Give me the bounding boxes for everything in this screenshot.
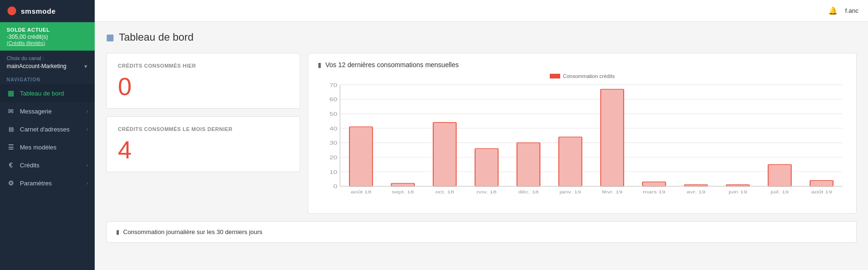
card-last-month-value: 4 [118,138,288,162]
svg-text:30: 30 [330,140,337,146]
balance-section: SOLDE ACTUEL -305,00 crédit(s) (Crédits … [0,22,95,51]
channel-arrow-icon: ▼ [83,64,88,69]
chart-title-icon: ▮ [318,61,322,69]
sidebar-item-messagerie[interactable]: ✉ Messagerie › [0,102,95,120]
balance-value: -305,00 crédit(s) [7,34,88,40]
sidebar-item-label: Crédits [20,162,39,169]
legend-box [550,74,560,78]
svg-text:20: 20 [330,155,337,161]
page-title-icon: ▦ [106,32,114,43]
main-content: 🔔 f.anc ▦ Tableau de bord CRÉDITS CONSOM… [95,0,868,270]
svg-rect-38 [810,181,833,186]
card-yesterday: CRÉDITS CONSOMMÉS HIER 0 [106,53,300,109]
svg-rect-16 [349,127,373,186]
card-last-month-label: CRÉDITS CONSOMMÉS LE MOIS DERNIER [118,126,288,132]
nav-arrow-icon: › [87,163,88,168]
svg-rect-22 [475,148,498,186]
sidebar-item-mes-modeles[interactable]: ☰ Mes modèles [0,138,95,156]
logo-icon [7,6,17,16]
svg-text:juil. 19: juil. 19 [770,189,788,194]
svg-rect-36 [768,165,791,186]
svg-text:10: 10 [330,169,337,175]
page-title: Tableau de bord [119,31,194,44]
nav-arrow-icon: › [87,109,88,114]
svg-text:janv. 19: janv. 19 [559,189,581,194]
svg-text:déc. 18: déc. 18 [518,189,538,194]
messagerie-icon: ✉ [7,107,15,115]
page-content: ▦ Tableau de bord CRÉDITS CONSOMMÉS HIER… [95,22,868,270]
svg-rect-28 [601,89,624,186]
sidebar-nav: ▦ Tableau de bord ✉ Messagerie › ▤ Carne… [0,84,95,192]
monthly-chart-area: 010203040506070août 18sept. 18oct. 18nov… [318,83,847,206]
channel-value: mainAccount-Marketing [7,63,66,70]
carnet-icon: ▤ [7,125,15,133]
card-last-month: CRÉDITS CONSOMMÉS LE MOIS DERNIER 4 [106,116,300,172]
sidebar-item-credits[interactable]: € Crédits › [0,156,95,174]
notification-icon[interactable]: 🔔 [828,6,838,15]
chart-legend: Consommation crédits [318,73,847,79]
svg-text:70: 70 [330,83,337,88]
credits-icon: € [7,161,15,169]
user-name: f.anc [845,7,859,14]
page-title-row: ▦ Tableau de bord [106,31,857,44]
dashboard-grid: CRÉDITS CONSOMMÉS HIER 0 CRÉDITS CONSOMM… [106,53,857,243]
svg-rect-24 [517,143,540,186]
svg-text:août 18: août 18 [350,189,371,194]
card-yesterday-value: 0 [118,74,288,99]
sidebar-item-label: Mes modèles [20,144,56,151]
svg-text:50: 50 [330,111,337,117]
balance-label: SOLDE ACTUEL [7,27,88,33]
svg-text:juin 19: juin 19 [728,189,747,194]
sidebar-item-parametres[interactable]: ⚙ Paramètres › [0,174,95,192]
legend-label: Consommation crédits [563,73,615,79]
sidebar-item-label: Paramètres [20,180,52,187]
svg-rect-18 [391,183,414,186]
sidebar-item-label: Tableau de bord [20,90,64,97]
balance-sub: (Crédits illimités) [7,40,88,46]
svg-text:0: 0 [333,183,337,190]
channel-select[interactable]: mainAccount-Marketing ▼ [7,63,88,70]
app-name: smsmode [21,7,56,15]
sidebar-item-label: Carnet d'adresses [20,126,70,133]
bottom-chart-card: ▮ Consommation journalière sur les 30 de… [106,221,857,243]
svg-rect-26 [559,137,582,186]
svg-text:févr. 19: févr. 19 [602,189,622,194]
channel-label: Choix du canal : [7,55,88,61]
svg-text:sept. 18: sept. 18 [392,189,414,194]
svg-text:40: 40 [330,126,337,132]
svg-text:août 19: août 19 [811,189,832,194]
sidebar: smsmode SOLDE ACTUEL -305,00 crédit(s) (… [0,0,95,270]
tableau-de-bord-icon: ▦ [7,89,15,97]
bar-chart-svg: 010203040506070août 18sept. 18oct. 18nov… [318,83,847,206]
nav-arrow-icon: › [87,181,88,186]
svg-text:mars 19: mars 19 [643,189,665,194]
card-yesterday-label: CRÉDITS CONSOMMÉS HIER [118,63,288,69]
chart-title-text: Vos 12 dernières consommations mensuelle… [325,61,459,69]
sidebar-logo: smsmode [0,0,95,22]
modeles-icon: ☰ [7,143,15,151]
sidebar-item-carnet-adresses[interactable]: ▤ Carnet d'adresses › [0,120,95,138]
monthly-chart-card: ▮ Vos 12 dernières consommations mensuel… [308,53,857,214]
svg-rect-30 [643,182,666,186]
parametres-icon: ⚙ [7,179,15,187]
svg-text:avr. 19: avr. 19 [687,189,706,194]
svg-rect-20 [433,122,456,186]
svg-text:60: 60 [330,96,337,103]
sidebar-item-label: Messagerie [20,108,52,115]
nav-section-label: NAVIGATION [0,72,95,84]
nav-arrow-icon: › [87,127,88,132]
sidebar-item-tableau-de-bord[interactable]: ▦ Tableau de bord [0,84,95,102]
chart-title-row: ▮ Vos 12 dernières consommations mensuel… [318,61,847,69]
top-header: 🔔 f.anc [95,0,868,22]
bottom-chart-title: Consommation journalière sur les 30 dern… [123,228,262,235]
cards-column: CRÉDITS CONSOMMÉS HIER 0 CRÉDITS CONSOMM… [106,53,300,214]
svg-text:nov. 18: nov. 18 [476,189,496,194]
channel-section: Choix du canal : mainAccount-Marketing ▼ [0,51,95,72]
svg-text:oct. 18: oct. 18 [435,189,454,194]
bottom-chart-icon: ▮ [116,228,119,235]
